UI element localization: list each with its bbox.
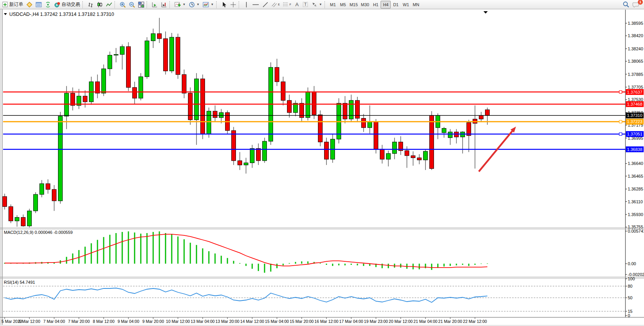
macd-histogram-bar [109, 235, 111, 264]
channel-icon [272, 2, 277, 8]
search-button[interactable] [621, 1, 631, 9]
candlestick-type-button[interactable] [95, 1, 104, 9]
time-tick-label: 14 Mar 12:00 [240, 319, 264, 324]
templates-button[interactable]: ▼ [201, 1, 215, 9]
candle-body [411, 156, 415, 158]
candle-body [405, 151, 409, 156]
window-left-edge [0, 9, 2, 326]
data-window-button[interactable] [34, 1, 43, 9]
timeframe-d1-button[interactable]: D1 [391, 1, 401, 9]
timeframe-mn-button[interactable]: MN [411, 1, 421, 9]
timeframe-m5-button[interactable]: M5 [338, 1, 348, 9]
trendline-tool-button[interactable] [261, 1, 270, 9]
macd-histogram-bar [66, 257, 67, 264]
candle-body [188, 93, 193, 120]
zoom-in-button[interactable] [118, 1, 127, 9]
price-tick-label: 1.36285 [628, 187, 643, 191]
candle-body [195, 79, 199, 120]
rsi-label: RSI(14) 54.7491 [4, 280, 35, 285]
fibonacci-icon [283, 2, 288, 8]
macd-histogram-bar [147, 233, 148, 264]
auto-trading-button[interactable]: 自动交易 [53, 1, 82, 9]
vertical-line-tool-button[interactable] [242, 1, 251, 9]
macd-histogram-bar [437, 264, 439, 268]
new-order-button[interactable]: 新订单 [1, 1, 25, 9]
channel-letter: E [278, 3, 280, 6]
timeframe-w1-button[interactable]: W1 [401, 1, 411, 9]
candle-body [114, 55, 118, 55]
time-tick-label: 9 Mar 04:00 [118, 319, 139, 324]
macd-histogram-bar [363, 264, 364, 266]
toolbar-separator [114, 1, 117, 8]
cursor-tool-button[interactable] [220, 1, 229, 9]
macd-histogram-bar [190, 243, 191, 264]
tile-windows-button[interactable] [137, 1, 146, 9]
candlestick-icon [97, 2, 103, 8]
macd-histogram-bar [252, 264, 253, 269]
macd-histogram-bar [320, 263, 321, 264]
macd-histogram-bar [481, 264, 482, 264]
dropdown-arrow-icon: ▼ [196, 3, 200, 6]
auto-trading-icon [54, 2, 60, 8]
crosshair-tool-button[interactable] [229, 1, 238, 9]
time-tick-label: 19 Mar 23:00 [364, 319, 388, 324]
toolbar-separator [169, 1, 172, 8]
bar-chart-type-button[interactable] [86, 1, 95, 9]
candle-body [325, 142, 329, 159]
candle-body [232, 130, 236, 161]
macd-histogram-bar [270, 264, 272, 271]
timeframe-m30-button[interactable]: M30 [359, 1, 371, 9]
line-endpoint-marker[interactable] [619, 120, 622, 123]
candle-body [15, 217, 19, 221]
chart-shift-button[interactable] [159, 1, 169, 9]
macd-histogram-bar [258, 264, 259, 271]
candle-body [65, 93, 69, 116]
macd-histogram-bar [345, 264, 346, 265]
timeframe-h1-button[interactable]: H1 [371, 1, 381, 9]
search-icon [623, 1, 629, 8]
candle-body [275, 67, 279, 82]
macd-histogram-bar [289, 263, 290, 264]
periods-button[interactable]: ▼ [187, 1, 201, 9]
candle-body [182, 75, 186, 93]
market-watch-button[interactable] [25, 1, 34, 9]
new-order-label: 新订单 [9, 1, 23, 8]
toolbar-separator [216, 1, 219, 8]
time-tick-label: 7 Mar 04:00 [43, 319, 65, 324]
time-tick-label: 21 Mar 20:00 [438, 319, 462, 324]
macd-histogram-bar [332, 264, 333, 266]
candle-body [145, 41, 149, 77]
auto-trading-label: 自动交易 [61, 1, 80, 8]
timeframe-m15-button[interactable]: M15 [348, 1, 359, 9]
signals-button[interactable] [43, 1, 53, 9]
macd-histogram-bar [184, 239, 185, 264]
toolbar: 新订单 自动交易 ▼ ▼ [0, 0, 644, 9]
text-label-tool-button[interactable]: T [301, 1, 310, 9]
time-tick-label: 22 Mar 12:00 [463, 319, 487, 324]
line-endpoint-marker[interactable] [619, 91, 622, 93]
macd-histogram-bar [227, 258, 228, 264]
auto-scroll-button[interactable] [150, 1, 159, 9]
candle-body [448, 132, 453, 138]
timeframe-m1-button[interactable]: M1 [328, 1, 338, 9]
zoom-out-button[interactable] [127, 1, 137, 9]
macd-histogram-bar [215, 254, 216, 264]
text-tool-button[interactable]: A [293, 1, 301, 9]
equidistant-channel-tool-button[interactable]: E [270, 1, 282, 9]
indicators-button[interactable]: ▼ [173, 1, 187, 9]
notifications-button[interactable]: 1 [631, 1, 641, 9]
arrows-tool-button[interactable]: ▼ [310, 1, 324, 9]
line-endpoint-marker[interactable] [619, 133, 622, 136]
time-tick-label: 17 Mar 04:00 [339, 319, 363, 324]
horizontal-line-tool-button[interactable] [251, 1, 261, 9]
candle-body [157, 34, 162, 39]
time-tick-label: 8 Mar 12:00 [93, 319, 114, 324]
candle-body [219, 113, 224, 118]
candle-body [430, 115, 434, 168]
macd-histogram-bar [122, 232, 123, 264]
timeframe-h4-button[interactable]: H4 [381, 1, 391, 9]
fibonacci-tool-button[interactable]: F [281, 1, 292, 9]
macd-histogram-bar [116, 233, 117, 264]
line-chart-type-button[interactable] [104, 1, 114, 9]
chart-canvas[interactable]: 1.385951.384201.382401.380651.378851.377… [0, 9, 644, 326]
